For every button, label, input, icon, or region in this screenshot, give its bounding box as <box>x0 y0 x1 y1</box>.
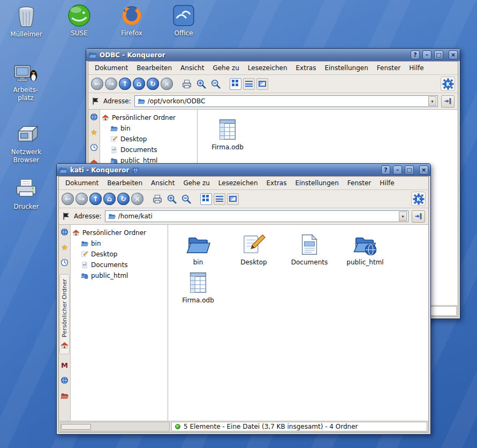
file-firma-odb[interactable]: Firma.odb <box>170 266 226 304</box>
menu-lesezeichen[interactable]: Lesezeichen <box>244 63 291 73</box>
menu-fenster[interactable]: Fenster <box>344 178 375 188</box>
trash-icon <box>14 4 39 29</box>
zoom-out-icon <box>210 79 221 89</box>
maximize-button[interactable]: □ <box>405 165 414 174</box>
file-public-html[interactable]: public_html <box>337 228 393 266</box>
menu-gehe-zu[interactable]: Gehe zu <box>209 63 243 73</box>
tree-item-home[interactable]: Persönlicher Ordner <box>72 227 166 238</box>
minimize-button[interactable]: – <box>393 165 402 174</box>
menu-dokument[interactable]: Dokument <box>91 63 132 73</box>
stop-button[interactable]: × <box>161 78 173 90</box>
zoom-in-button[interactable] <box>195 78 208 90</box>
bookmarks-sidebar-icon[interactable]: ★ <box>61 244 68 251</box>
icon-view-button[interactable] <box>200 193 212 205</box>
menu-dokument[interactable]: Dokument <box>62 178 102 188</box>
desktop-icon-arbeitsplatz[interactable]: Arbeits-platz <box>9 60 43 102</box>
image-view-button[interactable] <box>227 193 239 205</box>
stop-button[interactable]: × <box>131 193 143 205</box>
desktop-icon-suse[interactable]: SUSE <box>61 3 97 37</box>
web-sidebar-icon[interactable] <box>90 113 98 121</box>
menu-lesezeichen[interactable]: Lesezeichen <box>215 178 262 188</box>
root-folder-sidebar-icon[interactable] <box>60 392 69 400</box>
location-input[interactable]: /home/kati ▾ <box>105 210 408 222</box>
file-documents[interactable]: Documents <box>282 228 337 266</box>
desktop-icon-muelleimer[interactable]: Mülleimer <box>9 4 44 39</box>
menu-extras[interactable]: Extras <box>292 63 320 73</box>
tree-item-desktop[interactable]: Desktop <box>81 249 166 260</box>
menu-gehe-zu[interactable]: Gehe zu <box>179 178 213 188</box>
home-button[interactable]: ⌂ <box>103 193 116 205</box>
tree-item-documents[interactable]: Documents <box>81 260 166 270</box>
location-dropdown-button[interactable]: ▾ <box>428 96 436 106</box>
titlebar[interactable]: kati - Konqueror ? – □ × <box>57 164 430 176</box>
file-desktop[interactable]: Desktop <box>226 228 282 266</box>
tree-item-public-html[interactable]: public_html <box>81 270 166 281</box>
menu-bearbeiten[interactable]: Bearbeiten <box>103 178 146 188</box>
home-button[interactable]: ⌂ <box>133 78 145 90</box>
up-button[interactable]: ↑ <box>89 193 102 205</box>
desktop-icon-label: SUSE <box>71 29 88 37</box>
desktop-icon-office[interactable]: Office <box>165 3 202 37</box>
print-button[interactable] <box>180 78 193 90</box>
reload-button[interactable]: ↻ <box>117 193 130 205</box>
menu-bearbeiten[interactable]: Bearbeiten <box>133 63 176 73</box>
tree-item-documents[interactable]: Documents <box>110 145 195 155</box>
forward-button[interactable]: → <box>75 193 88 205</box>
go-button[interactable] <box>412 210 425 223</box>
zoom-out-button[interactable] <box>180 193 193 206</box>
network-sidebar-icon[interactable] <box>60 376 69 384</box>
kde-gear-button[interactable] <box>441 77 455 91</box>
help-button[interactable]: ? <box>411 50 420 59</box>
metabar-sidebar-icon[interactable]: M <box>61 362 68 369</box>
up-button[interactable]: ↑ <box>119 78 131 90</box>
kde-gear-button[interactable] <box>411 192 426 206</box>
maximize-button[interactable]: □ <box>434 50 443 59</box>
zoom-out-button[interactable] <box>209 78 222 90</box>
tree-item-bin[interactable]: bin <box>81 238 166 249</box>
address-label: Adresse: <box>74 212 102 220</box>
back-button[interactable]: ← <box>91 78 103 90</box>
address-bar: Adresse: /home/kati ▾ <box>59 208 428 225</box>
desktop-icon-firefox[interactable]: Firefox <box>113 3 150 37</box>
forward-button[interactable]: → <box>105 78 117 90</box>
tree-item-desktop[interactable]: Desktop <box>110 134 195 145</box>
menu-hilfe[interactable]: Hilfe <box>376 178 398 188</box>
file-firma-odb[interactable]: Firma.odb <box>200 113 255 151</box>
web-sidebar-icon[interactable] <box>60 228 69 236</box>
menu-fenster[interactable]: Fenster <box>373 63 405 73</box>
menu-ansicht[interactable]: Ansicht <box>147 178 178 188</box>
menu-einstellungen[interactable]: Einstellungen <box>291 178 342 188</box>
history-sidebar-icon[interactable] <box>60 259 69 267</box>
minimize-button[interactable]: – <box>422 50 431 59</box>
file-bin[interactable]: bin <box>170 228 226 266</box>
menu-einstellungen[interactable]: Einstellungen <box>321 63 372 73</box>
help-button[interactable]: ? <box>381 165 390 174</box>
file-name: public_html <box>346 259 383 266</box>
home-sidebar-tab[interactable]: Persönlicher Ordner <box>59 274 70 354</box>
tree-item-home[interactable]: Persönlicher Ordner <box>102 112 195 123</box>
history-sidebar-icon[interactable] <box>90 143 98 151</box>
close-button[interactable]: × <box>419 165 428 174</box>
multicolumn-view-button[interactable] <box>243 78 255 90</box>
location-input[interactable]: /opt/vorkon/ODBC ▾ <box>134 95 438 107</box>
image-view-button[interactable] <box>256 78 268 90</box>
close-button[interactable]: × <box>449 50 458 59</box>
location-dropdown-button[interactable]: ▾ <box>399 211 407 221</box>
zoom-in-button[interactable] <box>165 193 178 206</box>
zoom-out-icon <box>181 194 192 204</box>
titlebar[interactable]: ODBC - Konqueror ? – □ × <box>86 49 460 61</box>
print-button[interactable] <box>151 193 164 206</box>
multicolumn-view-button[interactable] <box>214 193 225 205</box>
menu-ansicht[interactable]: Ansicht <box>177 63 208 73</box>
icon-view-button[interactable] <box>230 78 241 90</box>
tree-item-bin[interactable]: bin <box>110 123 195 134</box>
desktop-icon-netzwerk-browser[interactable]: Netzwerk Browser <box>3 122 49 164</box>
panel-resize-handle[interactable] <box>61 424 91 430</box>
desktop-icon-drucker[interactable]: Drucker <box>7 177 45 211</box>
menu-hilfe[interactable]: Hilfe <box>405 63 427 73</box>
menu-extras[interactable]: Extras <box>263 178 291 188</box>
back-button[interactable]: ← <box>62 193 74 205</box>
bookmarks-sidebar-icon[interactable]: ★ <box>90 128 97 136</box>
reload-button[interactable]: ↻ <box>147 78 159 90</box>
go-button[interactable] <box>441 95 455 108</box>
